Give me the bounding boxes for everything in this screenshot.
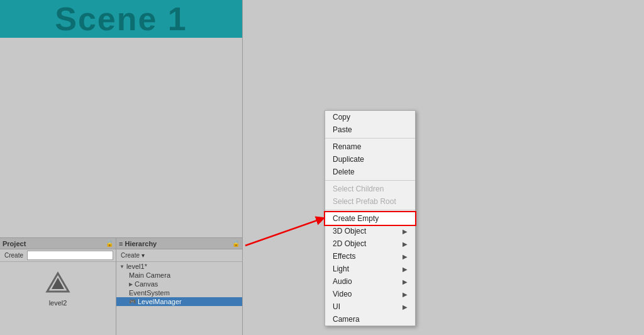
menu-item-effects[interactable]: Effects ▶ <box>325 250 415 263</box>
unity-logo <box>45 271 70 297</box>
project-item-label: level2 <box>49 299 67 307</box>
hierarchy-item-maincamera[interactable]: Main Camera <box>116 271 242 280</box>
project-panel: Project 🔒 Create <box>0 237 116 335</box>
svg-line-3 <box>245 219 321 246</box>
submenu-arrow-icon: ▶ <box>402 253 408 260</box>
hierarchy-item-canvas[interactable]: ▶ Canvas <box>116 280 242 288</box>
submenu-arrow-icon: ▶ <box>402 304 408 310</box>
menu-item-audio[interactable]: Audio ▶ <box>325 275 415 288</box>
submenu-arrow-icon: ▶ <box>402 241 408 247</box>
triangle-icon: ▶ <box>129 281 133 287</box>
menu-item-label: Copy <box>333 113 350 122</box>
project-asset-section: level2 <box>3 271 113 307</box>
context-menu: Copy Paste Rename Duplicate Delete Selec… <box>325 110 416 326</box>
hierarchy-topbar: ≡ Hierarchy 🔒 <box>116 238 242 249</box>
hierarchy-item-level1[interactable]: ▼ level1* <box>116 262 242 271</box>
project-lock-icon: 🔒 <box>106 240 113 247</box>
project-toolbar: Create <box>0 249 116 262</box>
scene-view: Scene 1 <box>0 0 242 38</box>
submenu-arrow-icon: ▶ <box>402 278 408 285</box>
hierarchy-item-eventsystem[interactable]: EventSystem <box>116 288 242 297</box>
menu-item-ui[interactable]: UI ▶ <box>325 300 415 313</box>
menu-item-paste[interactable]: Paste <box>325 123 415 136</box>
app-container: Scene 1 Project 🔒 Create <box>0 0 644 335</box>
menu-item-label: Light <box>333 264 349 273</box>
menu-separator-1 <box>325 138 415 139</box>
triangle-icon: ▼ <box>119 264 125 270</box>
scene-view-container: Scene 1 <box>0 0 242 237</box>
menu-item-copy[interactable]: Copy <box>325 111 415 123</box>
menu-item-label: Effects <box>333 252 355 261</box>
context-menu-overlay: Copy Paste Rename Duplicate Delete Selec… <box>325 110 416 326</box>
menu-item-label: Camera <box>333 315 360 324</box>
hierarchy-tab-label: ≡ Hierarchy <box>119 240 157 247</box>
submenu-arrow-icon: ▶ <box>402 291 408 298</box>
menu-item-delete[interactable]: Delete <box>325 166 415 178</box>
project-tab-label: Project <box>3 240 26 247</box>
hierarchy-lock-icon: 🔒 <box>232 240 240 247</box>
submenu-arrow-icon: ▶ <box>402 266 408 273</box>
menu-separator-3 <box>325 210 415 210</box>
menu-item-label: Duplicate <box>333 155 364 164</box>
menu-item-label: Select Prefab Root <box>333 197 396 206</box>
menu-item-light[interactable]: Light ▶ <box>325 263 415 275</box>
menu-item-select-children: Select Children <box>325 183 415 195</box>
hierarchy-create-button[interactable]: Create ▾ <box>119 252 147 259</box>
menu-item-3d-object[interactable]: 3D Object ▶ <box>325 225 415 237</box>
menu-item-label: 3D Object <box>333 227 366 236</box>
menu-item-label: Select Children <box>333 185 384 193</box>
menu-item-camera[interactable]: Camera <box>325 313 415 326</box>
hierarchy-panel: ≡ Hierarchy 🔒 Create ▾ ▼ level1* Main Ca… <box>116 237 242 335</box>
red-arrow-annotation <box>245 214 333 252</box>
menu-item-label: Audio <box>333 277 352 286</box>
hierarchy-item-label: LevelManager <box>138 298 182 305</box>
menu-item-duplicate[interactable]: Duplicate <box>325 153 415 166</box>
hierarchy-item-label: Main Camera <box>129 271 170 279</box>
hierarchy-item-label: Canvas <box>135 280 158 288</box>
project-create-button[interactable]: Create <box>3 252 25 259</box>
menu-item-label: Video <box>333 290 352 298</box>
menu-item-label: Create Empty <box>333 214 379 223</box>
bottom-section: Project 🔒 Create <box>0 237 242 335</box>
submenu-arrow-icon: ▶ <box>402 228 408 235</box>
menu-item-2d-object[interactable]: 2D Object ▶ <box>325 237 415 250</box>
hierarchy-item-levelmanager[interactable]: 🎮 LevelManager <box>116 297 242 306</box>
project-content: level2 <box>0 262 116 335</box>
menu-item-label: Rename <box>333 142 361 151</box>
hierarchy-item-label: EventSystem <box>129 289 170 297</box>
levelmanager-icon: 🎮 <box>129 298 136 305</box>
project-search-input[interactable] <box>27 251 113 260</box>
hierarchy-content: ▼ level1* Main Camera ▶ Canvas EventSyst… <box>116 262 242 335</box>
hierarchy-item-label: level1* <box>126 263 147 270</box>
hierarchy-toolbar: Create ▾ <box>116 249 242 262</box>
left-panel: Scene 1 Project 🔒 Create <box>0 0 242 335</box>
menu-item-video[interactable]: Video ▶ <box>325 288 415 300</box>
menu-separator-2 <box>325 180 415 181</box>
scene-title: Scene 1 <box>55 0 187 38</box>
menu-item-create-empty[interactable]: Create Empty <box>325 212 415 225</box>
create-empty-wrapper: Create Empty <box>324 211 416 226</box>
menu-item-label: UI <box>333 302 340 311</box>
menu-item-rename[interactable]: Rename <box>325 140 415 153</box>
menu-item-label: Paste <box>333 125 352 134</box>
menu-item-select-prefab-root: Select Prefab Root <box>325 195 415 208</box>
menu-item-label: Delete <box>333 168 355 176</box>
project-panel-topbar: Project 🔒 <box>0 238 116 249</box>
menu-item-label: 2D Object <box>333 239 366 248</box>
